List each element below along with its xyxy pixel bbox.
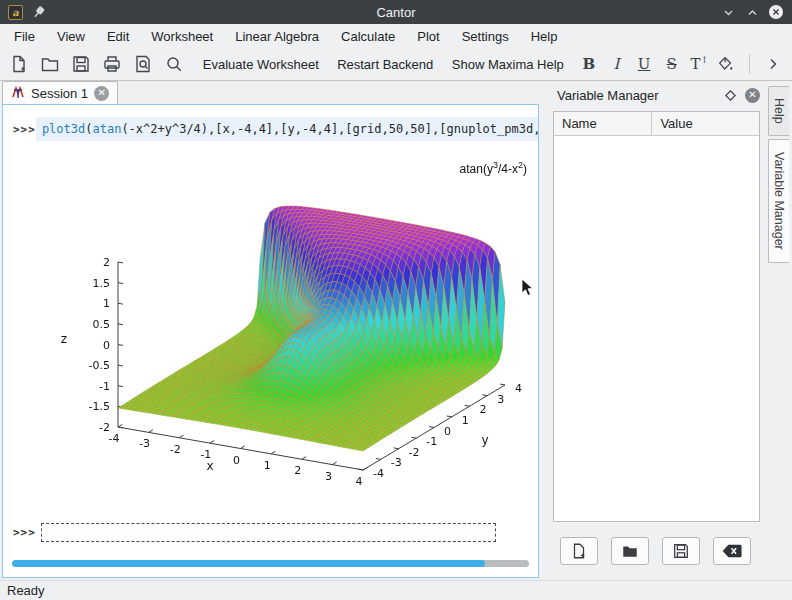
app-icon[interactable]: a [8, 5, 23, 20]
worksheet-column: Session 1 ✕ >>> plot3d(atan(-x^2+y^3/4),… [0, 81, 545, 580]
strikethrough-icon: S [661, 55, 683, 73]
chevron-right-icon [766, 57, 780, 71]
main-area: Session 1 ✕ >>> plot3d(atan(-x^2+y^3/4),… [0, 81, 792, 580]
session-tab-label: Session 1 [31, 86, 88, 101]
tab-bar: Session 1 ✕ [0, 81, 545, 104]
variables-table[interactable]: Name Value [553, 111, 760, 522]
menu-settings[interactable]: Settings [451, 26, 520, 47]
worksheet[interactable]: >>> plot3d(atan(-x^2+y^3/4),[x,-4,4],[y,… [2, 104, 539, 578]
tab-session-1[interactable]: Session 1 ✕ [2, 81, 118, 104]
bold-icon: B [578, 55, 600, 73]
variables-table-header: Name Value [554, 112, 759, 136]
status-text: Ready [7, 583, 45, 598]
titlebar: a Cantor [0, 0, 792, 24]
tab-close-icon[interactable]: ✕ [94, 86, 109, 101]
print-preview-icon [133, 54, 153, 74]
command-entry: >>> plot3d(atan(-x^2+y^3/4),[x,-4,4],[y,… [13, 117, 530, 141]
side-tab-variable-manager[interactable]: Variable Manager [768, 139, 789, 263]
print-preview-button[interactable] [130, 51, 156, 77]
restart-backend-label: Restart Backend [337, 57, 433, 72]
column-header-value[interactable]: Value [652, 112, 759, 135]
menu-edit[interactable]: Edit [96, 26, 140, 47]
next-entry-prompt: >>> [13, 526, 41, 539]
text-color-button[interactable] [713, 51, 739, 77]
underline-icon: U [633, 55, 655, 73]
clear-variables-button[interactable] [713, 537, 751, 565]
italic-icon: I [606, 55, 628, 73]
menubar: File View Edit Worksheet Linear Algebra … [0, 24, 792, 48]
toolbar-separator [749, 54, 750, 74]
cantor-window: a Cantor File View Edit Workshee [0, 0, 792, 600]
save-button[interactable] [68, 51, 94, 77]
toolbar-overflow-button[interactable] [760, 51, 786, 77]
search-icon [164, 54, 184, 74]
folder-icon [621, 542, 639, 560]
float-panel-icon[interactable] [725, 90, 736, 101]
column-header-name[interactable]: Name [554, 112, 652, 135]
underline-button[interactable]: U [630, 51, 658, 77]
restart-backend-button[interactable]: Restart Backend [330, 51, 436, 77]
variable-manager-buttons [547, 528, 764, 574]
menu-calculate[interactable]: Calculate [330, 26, 406, 47]
menu-worksheet[interactable]: Worksheet [140, 26, 224, 47]
plot-result: atan(y3/4-x2) [12, 150, 537, 518]
next-entry-input[interactable] [41, 523, 496, 542]
progress-fill [12, 560, 485, 567]
print-button[interactable] [99, 51, 125, 77]
close-panel-icon[interactable]: ✕ [745, 88, 760, 103]
plot-title: atan(y3/4-x2) [460, 160, 527, 176]
side-tab-strip: Help Variable Manager [768, 81, 792, 580]
add-variable-button[interactable] [560, 537, 598, 565]
document-new-icon [570, 542, 588, 560]
evaluate-worksheet-label: Evaluate Worksheet [203, 57, 319, 72]
window-title: Cantor [0, 5, 792, 20]
show-maxima-help-button[interactable]: Show Maxima Help [446, 51, 565, 77]
evaluate-worksheet-button[interactable]: Evaluate Worksheet [197, 51, 320, 77]
close-button[interactable] [768, 4, 784, 20]
document-new-icon [9, 54, 29, 74]
save-icon [71, 54, 91, 74]
menu-linear-algebra[interactable]: Linear Algebra [224, 26, 330, 47]
save-icon [672, 542, 690, 560]
command-code: plot3d(atan(-x^2+y^3/4),[x,-4,4],[y,-4,4… [42, 122, 539, 136]
search-button[interactable] [161, 51, 187, 77]
strikethrough-button[interactable]: S [658, 51, 686, 77]
menu-plot[interactable]: Plot [406, 26, 450, 47]
variable-manager-header: Variable Manager ✕ [547, 83, 764, 107]
paint-bucket-icon [717, 55, 735, 73]
bold-button[interactable]: B [575, 51, 603, 77]
menu-help[interactable]: Help [520, 26, 569, 47]
folder-icon [40, 54, 60, 74]
new-worksheet-button[interactable] [6, 51, 32, 77]
command-input[interactable]: plot3d(atan(-x^2+y^3/4),[x,-4,4],[y,-4,4… [36, 117, 539, 141]
plot3d-canvas [12, 150, 537, 518]
menu-view[interactable]: View [46, 26, 96, 47]
next-entry: >>> [13, 521, 530, 543]
pin-icon[interactable] [32, 6, 45, 19]
toolbar: Evaluate Worksheet Restart Backend Show … [0, 48, 792, 81]
load-variables-button[interactable] [611, 537, 649, 565]
print-icon [102, 54, 122, 74]
font-size-icon: T↑ [689, 55, 711, 73]
side-tab-help[interactable]: Help [768, 86, 789, 136]
variable-manager-panel: Variable Manager ✕ Name Value [545, 81, 768, 580]
variables-table-body [554, 136, 759, 521]
font-size-button[interactable]: T↑ [686, 51, 714, 77]
italic-button[interactable]: I [603, 51, 631, 77]
maxima-icon [11, 86, 25, 100]
maximize-button[interactable] [744, 4, 760, 20]
menu-file[interactable]: File [3, 26, 46, 47]
save-variables-button[interactable] [662, 537, 700, 565]
session-progress-bar [12, 560, 529, 567]
minimize-button[interactable] [720, 4, 736, 20]
show-maxima-help-label: Show Maxima Help [452, 57, 564, 72]
open-button[interactable] [37, 51, 63, 77]
variable-manager-title: Variable Manager [557, 88, 659, 103]
statusbar: Ready [0, 580, 792, 600]
command-prompt: >>> [13, 123, 36, 136]
backspace-icon [722, 543, 742, 559]
